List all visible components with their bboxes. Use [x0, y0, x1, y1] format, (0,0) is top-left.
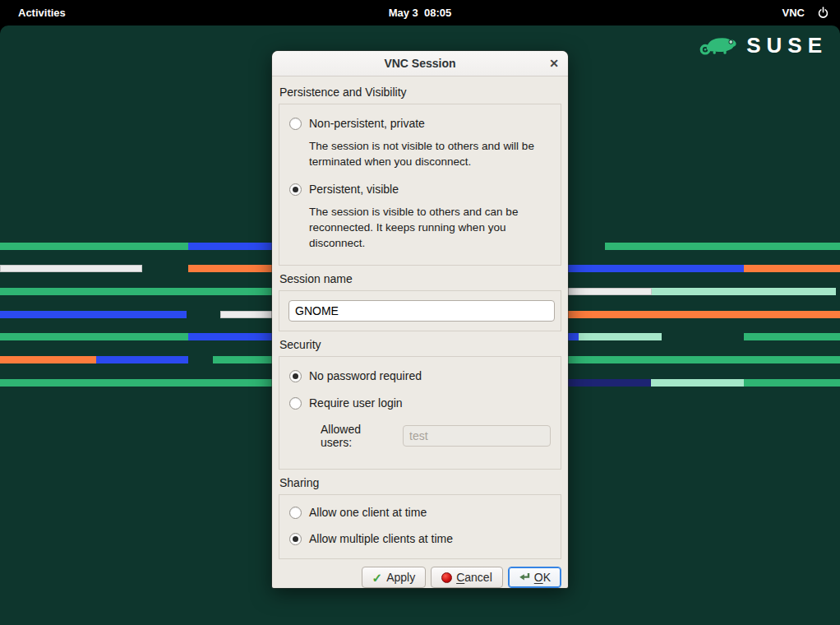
progress-bar-segment	[188, 243, 273, 250]
vnc-session-dialog: VNC Session ✕ Persistence and Visibility…	[272, 51, 568, 588]
progress-bar-segment	[567, 311, 840, 318]
progress-bar-segment	[0, 243, 188, 250]
progress-bar-segment	[188, 333, 273, 340]
suse-chameleon-icon	[699, 30, 738, 60]
security-section-label: Security	[279, 338, 561, 352]
clock-menu[interactable]: May 3 08:05	[389, 0, 452, 25]
radio-label: Allow multiple clients at time	[309, 532, 453, 546]
suse-logo: SUSE	[699, 30, 828, 60]
session-name-section-label: Session name	[279, 272, 561, 286]
radio-multiple-clients[interactable]: Allow multiple clients at time	[289, 532, 551, 546]
progress-bar-segment	[744, 379, 840, 387]
persistence-section-label: Persistence and Visibility	[279, 86, 561, 100]
apply-button[interactable]: ✓ Apply	[362, 567, 427, 588]
cancel-button-label: Cancel	[456, 571, 492, 584]
progress-bar-segment	[605, 243, 840, 250]
close-icon[interactable]: ✕	[549, 51, 559, 76]
allowed-users-row: Allowed users:	[321, 423, 551, 449]
stop-icon	[441, 572, 452, 583]
power-icon	[817, 7, 829, 19]
sharing-section-label: Sharing	[279, 476, 561, 490]
ok-button-label: OK	[534, 571, 551, 584]
radio-label: Non-persistent, private	[309, 117, 425, 131]
progress-bar-segment	[188, 265, 273, 272]
radio-non-persistent[interactable]: Non-persistent, private	[289, 117, 551, 131]
session-name-input[interactable]	[288, 300, 555, 322]
progress-bar-segment	[744, 265, 840, 272]
allowed-users-label: Allowed users:	[321, 423, 394, 449]
allowed-users-input	[403, 425, 551, 447]
progress-bar-segment	[579, 333, 662, 340]
progress-bar-segment	[0, 311, 187, 318]
radio-icon[interactable]	[289, 183, 302, 196]
radio-require-login[interactable]: Require user login	[289, 396, 551, 410]
radio-label: No password required	[309, 369, 422, 383]
progress-bar-segment	[567, 333, 579, 340]
progress-bar-segment	[213, 356, 273, 363]
session-name-frame	[279, 290, 561, 331]
top-bar: Activities May 3 08:05 VNC	[0, 0, 840, 25]
radio-icon[interactable]	[289, 118, 302, 130]
progress-bar-segment	[567, 288, 652, 295]
persistent-description: The session is visible to others and can…	[309, 204, 559, 251]
radio-persistent[interactable]: Persistent, visible	[289, 183, 551, 197]
radio-one-client[interactable]: Allow one client at time	[289, 506, 551, 520]
ok-button[interactable]: OK	[508, 567, 561, 588]
system-tray[interactable]: VNC	[782, 0, 829, 25]
progress-bar-segment	[567, 379, 651, 387]
progress-bar-segment	[744, 333, 840, 340]
sharing-frame: Allow one client at time Allow multiple …	[279, 494, 561, 559]
activities-button[interactable]: Activities	[18, 0, 66, 25]
progress-bar-segment	[96, 356, 188, 363]
enter-arrow-icon	[519, 572, 530, 582]
progress-bar-segment	[220, 311, 273, 318]
radio-label: Persistent, visible	[309, 183, 399, 197]
cancel-button[interactable]: Cancel	[431, 567, 503, 588]
desktop-background: SUSE VNC Session ✕ Persistence and Visib…	[0, 25, 840, 625]
progress-bar-segment	[652, 288, 836, 295]
progress-bar-segment	[0, 379, 273, 387]
radio-label: Require user login	[309, 396, 403, 410]
radio-no-password[interactable]: No password required	[289, 369, 551, 383]
apply-button-label: Apply	[386, 571, 415, 584]
progress-bar-segment	[0, 288, 273, 295]
suse-logo-text: SUSE	[746, 35, 828, 56]
dialog-body: Persistence and Visibility Non-persisten…	[272, 76, 568, 588]
progress-bar-segment	[0, 265, 142, 272]
dialog-button-row: ✓ Apply Cancel OK	[279, 567, 561, 588]
radio-icon[interactable]	[289, 533, 302, 545]
progress-bar-segment	[651, 379, 744, 387]
radio-icon[interactable]	[289, 397, 302, 410]
vnc-indicator: VNC	[782, 7, 805, 19]
check-icon: ✓	[372, 572, 383, 584]
dialog-title: VNC Session	[384, 57, 455, 70]
progress-bar-segment	[0, 333, 188, 340]
progress-bar-segment	[0, 356, 96, 363]
persistence-frame: Non-persistent, private The session is n…	[279, 104, 561, 266]
progress-bar-segment	[567, 356, 840, 363]
radio-label: Allow one client at time	[309, 506, 427, 520]
progress-bar-segment	[567, 265, 744, 272]
radio-icon[interactable]	[289, 507, 302, 519]
non-persistent-description: The session is not visible to others and…	[309, 138, 559, 169]
dialog-titlebar[interactable]: VNC Session ✕	[272, 51, 568, 76]
radio-icon[interactable]	[289, 370, 302, 382]
security-frame: No password required Require user login …	[279, 356, 561, 470]
